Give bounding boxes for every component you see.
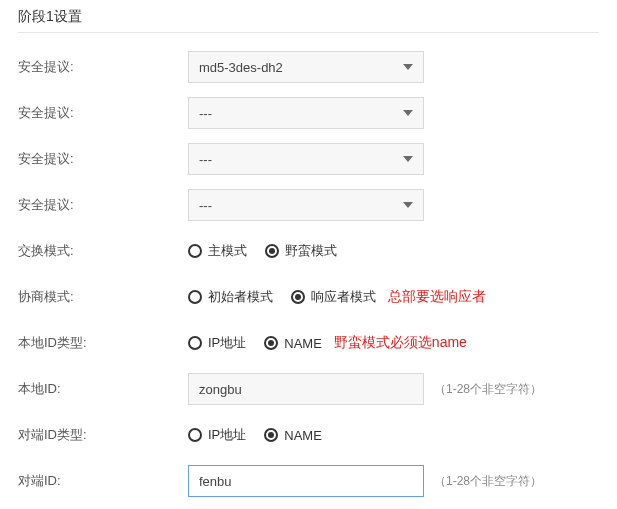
row-proposal-4: 安全提议: --- [18,189,599,221]
radio-local-ip[interactable]: IP地址 [188,334,246,352]
input-local-id[interactable] [188,373,424,405]
radio-local-ip-label: IP地址 [208,334,246,352]
chevron-down-icon [403,156,413,162]
hint-local-id: （1-28个非空字符） [434,381,542,398]
radio-aggressive-mode[interactable]: 野蛮模式 [265,242,337,260]
radio-peer-ip[interactable]: IP地址 [188,426,246,444]
label-exchange-mode: 交换模式: [18,242,188,260]
note-local-id-type: 野蛮模式必须选name [334,334,467,352]
select-proposal-1[interactable]: md5-3des-dh2 [188,51,424,83]
radio-responder-mode[interactable]: 响应者模式 [291,288,376,306]
radio-local-name-label: NAME [284,336,322,351]
select-proposal-3-value: --- [199,152,212,167]
select-proposal-2-value: --- [199,106,212,121]
radio-peer-name-label: NAME [284,428,322,443]
note-negotiation: 总部要选响应者 [388,288,486,306]
hint-peer-id: （1-28个非空字符） [434,473,542,490]
row-local-id-type: 本地ID类型: IP地址 NAME 野蛮模式必须选name [18,327,599,359]
radio-icon [188,336,202,350]
row-proposal-3: 安全提议: --- [18,143,599,175]
radio-icon [265,244,279,258]
row-peer-id: 对端ID: （1-28个非空字符） [18,465,599,497]
chevron-down-icon [403,64,413,70]
radio-initiator-mode[interactable]: 初始者模式 [188,288,273,306]
row-exchange-mode: 交换模式: 主模式 野蛮模式 [18,235,599,267]
radio-icon [264,428,278,442]
section-title: 阶段1设置 [18,0,599,33]
select-proposal-1-value: md5-3des-dh2 [199,60,283,75]
chevron-down-icon [403,110,413,116]
radio-aggressive-mode-label: 野蛮模式 [285,242,337,260]
row-local-id: 本地ID: （1-28个非空字符） [18,373,599,405]
row-peer-id-type: 对端ID类型: IP地址 NAME [18,419,599,451]
input-peer-id[interactable] [188,465,424,497]
label-proposal-3: 安全提议: [18,150,188,168]
label-proposal-1: 安全提议: [18,58,188,76]
label-local-id: 本地ID: [18,380,188,398]
label-proposal-2: 安全提议: [18,104,188,122]
select-proposal-4[interactable]: --- [188,189,424,221]
row-proposal-1: 安全提议: md5-3des-dh2 [18,51,599,83]
label-proposal-4: 安全提议: [18,196,188,214]
select-proposal-2[interactable]: --- [188,97,424,129]
label-peer-id: 对端ID: [18,472,188,490]
radio-responder-mode-label: 响应者模式 [311,288,376,306]
radio-main-mode[interactable]: 主模式 [188,242,247,260]
radio-icon [188,428,202,442]
radio-initiator-mode-label: 初始者模式 [208,288,273,306]
label-local-id-type: 本地ID类型: [18,334,188,352]
radio-icon [291,290,305,304]
select-proposal-4-value: --- [199,198,212,213]
label-negotiation-mode: 协商模式: [18,288,188,306]
chevron-down-icon [403,202,413,208]
radio-main-mode-label: 主模式 [208,242,247,260]
label-peer-id-type: 对端ID类型: [18,426,188,444]
row-proposal-2: 安全提议: --- [18,97,599,129]
row-negotiation-mode: 协商模式: 初始者模式 响应者模式 总部要选响应者 [18,281,599,313]
radio-peer-name[interactable]: NAME [264,428,322,443]
radio-icon [188,290,202,304]
select-proposal-3[interactable]: --- [188,143,424,175]
radio-icon [188,244,202,258]
radio-peer-ip-label: IP地址 [208,426,246,444]
radio-icon [264,336,278,350]
radio-local-name[interactable]: NAME [264,336,322,351]
